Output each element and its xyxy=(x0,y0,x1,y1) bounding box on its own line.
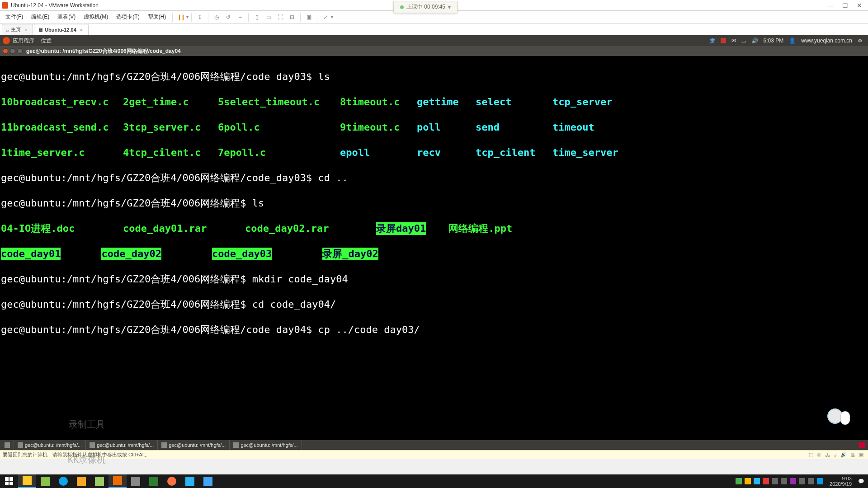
ubuntu-taskbar: gec@ubuntu: /mnt/hgfs/... gec@ubuntu: /m… xyxy=(0,440,868,450)
watermark: 录制工具 KK录像机 xyxy=(68,395,106,477)
minimize-button[interactable]: — xyxy=(824,1,837,10)
taskbar-app[interactable] xyxy=(163,474,181,488)
trash-icon[interactable] xyxy=(859,442,865,448)
taskbar-app[interactable] xyxy=(145,474,163,488)
menu-help[interactable]: 帮助(H) xyxy=(144,11,170,23)
recording-label: 上课中 00:09:45 xyxy=(406,3,445,11)
svg-rect-3 xyxy=(9,482,13,485)
close-button[interactable]: ✕ xyxy=(853,1,866,10)
taskbar-app[interactable] xyxy=(90,474,108,488)
device-printer-icon[interactable]: 🖶 xyxy=(850,452,855,458)
term-max-icon[interactable] xyxy=(17,48,23,54)
tray-icon[interactable] xyxy=(781,478,787,484)
clock[interactable]: 6:03 PM xyxy=(764,38,784,44)
stretch-icon[interactable]: ⤢ xyxy=(320,12,331,23)
chevron-down-icon: ▾ xyxy=(448,4,451,10)
terminal[interactable]: gec@ubuntu:/mnt/hgfs/GZ20合班4/006网络编程/cod… xyxy=(0,56,868,440)
vmware-statusbar: 要返回到您的计算机，请将鼠标指针从虚拟机中移出或按 Ctrl+Alt。 ⬚ ◎ … xyxy=(0,450,868,459)
close-icon[interactable]: × xyxy=(24,27,27,33)
assistant-badge[interactable]: A xyxy=(827,408,850,425)
tray-icon[interactable] xyxy=(817,478,823,484)
ime-indicator[interactable]: 拼 xyxy=(710,37,715,45)
tray-icon[interactable] xyxy=(790,478,796,484)
taskbar-app[interactable] xyxy=(181,474,199,488)
gear-icon[interactable]: ⚙ xyxy=(858,38,863,44)
snapshot-revert-icon[interactable]: ↺ xyxy=(223,12,234,23)
view-unity-icon[interactable]: ⊡ xyxy=(287,12,297,23)
view-fullscreen-icon[interactable]: ⛶ xyxy=(275,12,286,23)
menu-edit[interactable]: 编辑(E) xyxy=(28,11,53,23)
start-button[interactable] xyxy=(0,474,18,488)
view-split-icon[interactable]: ▭ xyxy=(263,12,274,23)
tray-icon[interactable] xyxy=(763,478,769,484)
panel-places[interactable]: 位置 xyxy=(41,37,52,45)
svg-rect-1 xyxy=(9,477,13,481)
device-disk-icon[interactable]: ⬚ xyxy=(809,452,813,458)
snapshot-icon[interactable]: ◷ xyxy=(211,12,222,23)
device-net-icon[interactable]: 🖧 xyxy=(825,452,830,458)
tray-icon[interactable] xyxy=(772,478,778,484)
home-icon: ⌂ xyxy=(6,27,9,33)
pause-icon[interactable]: ❙❙ xyxy=(175,12,186,23)
menu-vm[interactable]: 虚拟机(M) xyxy=(80,11,112,23)
system-tray[interactable]: 9:03 2020/9/19 💬 xyxy=(732,476,868,487)
volume-icon[interactable]: 🔊 xyxy=(751,38,758,44)
recording-status[interactable]: 上课中 00:09:45 ▾ xyxy=(393,1,458,13)
show-desktop-button[interactable] xyxy=(1,440,14,450)
tab-vm[interactable]: 🖥 Ubuntu-12.04 × xyxy=(34,24,89,35)
terminal-titlebar: gec@ubuntu: /mnt/hgfs/GZ20合班4/006网络编程/co… xyxy=(0,46,868,56)
chevron-down-icon[interactable]: ▾ xyxy=(186,14,189,19)
windows-clock[interactable]: 9:03 2020/9/19 xyxy=(826,476,855,487)
status-icon[interactable] xyxy=(721,38,726,43)
term-close-icon[interactable] xyxy=(3,48,8,54)
term-min-icon[interactable] xyxy=(10,48,15,54)
user-icon[interactable]: 👤 xyxy=(789,38,796,44)
wifi-icon[interactable]: ◡ xyxy=(741,38,746,44)
taskbar-app[interactable] xyxy=(72,474,90,488)
snapshot-manager-icon[interactable]: ⌁ xyxy=(235,12,245,23)
taskbar-item[interactable]: gec@ubuntu: /mnt/hgfs/... xyxy=(230,440,302,450)
send-key-icon[interactable]: ↧ xyxy=(194,12,205,23)
svg-rect-0 xyxy=(5,477,9,481)
maximize-button[interactable]: ☐ xyxy=(838,1,852,10)
menu-tabs[interactable]: 选项卡(T) xyxy=(113,11,143,23)
terminal-title: gec@ubuntu: /mnt/hgfs/GZ20合班4/006网络编程/co… xyxy=(26,47,181,55)
console-icon[interactable]: ▣ xyxy=(303,12,314,23)
taskbar-app[interactable] xyxy=(127,474,145,488)
device-display-icon[interactable]: ▣ xyxy=(859,452,863,458)
svg-rect-2 xyxy=(5,482,9,485)
taskbar-vmware[interactable] xyxy=(108,474,127,488)
panel-applications[interactable]: 应用程序 xyxy=(13,37,34,45)
tray-icon[interactable] xyxy=(808,478,814,484)
chevron-down-icon[interactable]: ▾ xyxy=(331,14,333,19)
tray-icon[interactable] xyxy=(736,478,742,484)
ubuntu-top-panel: 应用程序 位置 拼 ✉ ◡ 🔊 6:03 PM 👤 www.yueqian.co… xyxy=(0,35,868,46)
mail-icon[interactable]: ✉ xyxy=(731,38,736,44)
close-icon[interactable]: × xyxy=(80,27,83,33)
taskbar-app[interactable] xyxy=(36,474,54,488)
taskbar-app[interactable] xyxy=(54,474,72,488)
tab-home[interactable]: ⌂ 主页 × xyxy=(2,24,33,35)
tab-vm-label: Ubuntu-12.04 xyxy=(45,27,76,33)
tab-home-label: 主页 xyxy=(11,26,21,33)
taskbar-app[interactable] xyxy=(199,474,217,488)
taskbar-explorer[interactable] xyxy=(18,474,36,488)
vmware-tabs: ⌂ 主页 × 🖥 Ubuntu-12.04 × xyxy=(0,23,868,35)
device-sound-icon[interactable]: 🔊 xyxy=(840,452,847,458)
assistant-badge-label: A xyxy=(840,411,850,425)
device-usb-icon[interactable]: ⏚ xyxy=(834,452,837,458)
menu-view[interactable]: 查看(V) xyxy=(54,11,79,23)
taskbar-item[interactable]: gec@ubuntu: /mnt/hgfs/... xyxy=(158,440,230,450)
url-label: www.yueqian.com.cn xyxy=(801,38,852,44)
monitor-icon: 🖥 xyxy=(38,27,43,33)
recording-dot-icon xyxy=(400,5,404,9)
view-single-icon[interactable]: ▯ xyxy=(251,12,262,23)
notifications-icon[interactable]: 💬 xyxy=(858,479,864,484)
vmware-icon xyxy=(2,2,8,9)
device-cd-icon[interactable]: ◎ xyxy=(817,452,821,458)
menu-file[interactable]: 文件(F) xyxy=(2,11,27,23)
ubuntu-logo-icon[interactable] xyxy=(3,37,10,44)
tray-icon[interactable] xyxy=(745,478,751,484)
tray-icon[interactable] xyxy=(754,478,760,484)
tray-icon[interactable] xyxy=(799,478,805,484)
